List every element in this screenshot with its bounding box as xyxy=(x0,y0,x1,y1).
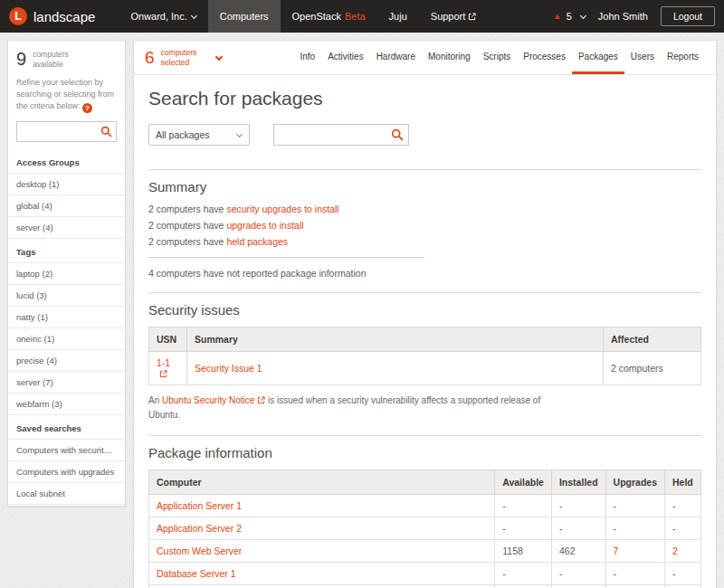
help-icon[interactable]: ? xyxy=(82,103,92,113)
nav-support-label: Support xyxy=(431,11,466,22)
summary-section: Summary 2 computers have security upgrad… xyxy=(148,169,701,279)
security-issues-title: Security issues xyxy=(148,302,701,318)
computers-selected-control[interactable]: 6 computers selected xyxy=(145,48,222,68)
table-row: 1-1 Security Issue 1 2 computers xyxy=(149,352,701,385)
tag-item[interactable]: server (7) xyxy=(8,372,125,394)
available-cell: - xyxy=(495,563,552,585)
saved-search-item[interactable]: Computers with securit… xyxy=(8,439,125,461)
nav-item-support[interactable]: Support xyxy=(419,0,489,33)
nav-item-org[interactable]: Onward, Inc. xyxy=(119,0,207,33)
computers-available-count: 9 computers available xyxy=(8,41,125,75)
saved-searches-section: Saved searches Computers with securit… C… xyxy=(8,415,125,505)
held-cell: - xyxy=(665,517,701,540)
saved-searches-title: Saved searches xyxy=(8,415,125,439)
usn-note: An Ubuntu Security Notice is issued when… xyxy=(148,394,551,422)
main-panel: 6 computers selected Info Activities Har… xyxy=(133,40,717,588)
access-group-item[interactable]: desktop (1) xyxy=(8,173,125,195)
table-row: Application Server 2 - - - - xyxy=(149,517,701,540)
upgrades-cell: - xyxy=(605,517,664,540)
affected-header: Affected xyxy=(604,327,701,352)
user-name[interactable]: John Smith xyxy=(598,11,648,22)
logout-button[interactable]: Logout xyxy=(661,6,715,26)
usn-link[interactable]: 1-1 xyxy=(157,357,170,379)
held-cell: 2 xyxy=(665,540,701,563)
tab-processes[interactable]: Processes xyxy=(517,41,572,74)
package-search-input[interactable] xyxy=(273,124,409,146)
held-cell: - xyxy=(665,495,701,517)
nav-item-computers[interactable]: Computers xyxy=(208,0,281,33)
search-icon[interactable] xyxy=(100,126,112,138)
package-information-table: Computer Available Installed Upgrades He… xyxy=(148,469,701,588)
brand[interactable]: L landscape xyxy=(9,0,110,33)
package-information-section: Package information Computer Available I… xyxy=(148,435,701,588)
usn-link-label: 1-1 xyxy=(157,357,170,368)
access-groups-title: Access Groups xyxy=(8,149,125,173)
held-count-link[interactable]: 2 xyxy=(672,545,678,556)
usn-info-link[interactable]: Ubuntu Security Notice xyxy=(162,395,265,405)
computer-cell: Application Server 2 xyxy=(149,517,495,540)
computer-cell: HP Z400 Desktop xyxy=(149,585,495,588)
tab-packages[interactable]: Packages xyxy=(572,41,624,74)
external-link-icon xyxy=(159,370,167,378)
landscape-logo-icon: L xyxy=(9,7,27,25)
tag-item[interactable]: oneiric (1) xyxy=(8,328,125,350)
available-header: Available xyxy=(495,470,552,495)
selected-count-number: 6 xyxy=(145,48,155,68)
summary-line: 2 computers have security upgrades to in… xyxy=(148,204,701,214)
computer-link[interactable]: Database Server 1 xyxy=(157,568,236,579)
tab-monitoring[interactable]: Monitoring xyxy=(422,41,477,74)
nav-org-label: Onward, Inc. xyxy=(130,11,186,22)
security-upgrades-link[interactable]: security upgrades to install xyxy=(226,204,338,214)
tag-item[interactable]: laptop (2) xyxy=(8,262,125,285)
upgrades-link[interactable]: upgrades to install xyxy=(226,220,303,231)
access-groups-section: Access Groups desktop (1) global (4) ser… xyxy=(8,149,125,239)
alert-count: 5 xyxy=(567,11,572,22)
computer-link[interactable]: Application Server 2 xyxy=(157,523,242,534)
saved-search-item[interactable]: Computers with upgrades xyxy=(8,461,125,483)
affected-cell: 2 computers xyxy=(604,352,701,385)
available-cell: - xyxy=(495,517,552,540)
upgrades-cell: - xyxy=(605,563,664,585)
held-header: Held xyxy=(665,470,701,495)
main-header: 6 computers selected Info Activities Har… xyxy=(134,41,716,75)
computer-link[interactable]: Application Server 1 xyxy=(157,500,242,511)
computer-header: Computer xyxy=(149,470,495,495)
tab-hardware[interactable]: Hardware xyxy=(370,41,422,74)
held-cell: - xyxy=(665,563,701,585)
installed-cell: - xyxy=(551,563,605,585)
saved-search-item[interactable]: Local subnet xyxy=(8,483,125,505)
security-issue-link[interactable]: Security Issue 1 xyxy=(195,363,262,374)
tag-item[interactable]: precise (4) xyxy=(8,350,125,372)
page-body: 9 computers available Refine your select… xyxy=(0,33,724,588)
installed-header: Installed xyxy=(551,470,605,495)
beta-badge: Beta xyxy=(345,11,366,22)
computer-cell: Database Server 1 xyxy=(149,563,495,585)
nav-item-juju[interactable]: Juju xyxy=(377,0,419,33)
tab-scripts[interactable]: Scripts xyxy=(477,41,518,74)
access-group-item[interactable]: global (4) xyxy=(8,195,125,217)
summary-line: 2 computers have held packages xyxy=(148,236,701,247)
access-group-item[interactable]: server (4) xyxy=(8,217,125,239)
alerts-indicator[interactable]: ▲ 5 xyxy=(553,11,586,22)
table-row: HP Z400 Desktop 1158 462 7 2 xyxy=(149,585,701,588)
held-packages-link[interactable]: held packages xyxy=(226,236,288,247)
nav-item-openstack[interactable]: OpenStack Beta xyxy=(281,0,377,33)
table-row: Database Server 1 - - - - xyxy=(149,563,701,585)
upgrades-count-link[interactable]: 7 xyxy=(614,545,619,556)
tags-title: Tags xyxy=(8,239,125,262)
summary-header: Summary xyxy=(187,327,604,352)
computer-link[interactable]: Custom Web Server xyxy=(157,545,242,556)
package-search xyxy=(273,124,409,146)
tab-info[interactable]: Info xyxy=(293,41,321,74)
tag-item[interactable]: lucid (3) xyxy=(8,285,125,307)
tab-reports[interactable]: Reports xyxy=(661,41,705,74)
tab-activities[interactable]: Activities xyxy=(321,41,369,74)
available-count-number: 9 xyxy=(16,49,26,70)
search-icon[interactable] xyxy=(391,128,404,141)
topbar-right: ▲ 5 John Smith Logout xyxy=(553,0,724,33)
tag-item[interactable]: natty (1) xyxy=(8,307,125,328)
tag-item[interactable]: webfarm (3) xyxy=(8,394,125,415)
tab-users[interactable]: Users xyxy=(624,41,661,74)
package-filter-select[interactable]: All packages xyxy=(148,124,250,146)
topbar: L landscape Onward, Inc. Computers OpenS… xyxy=(0,0,724,33)
